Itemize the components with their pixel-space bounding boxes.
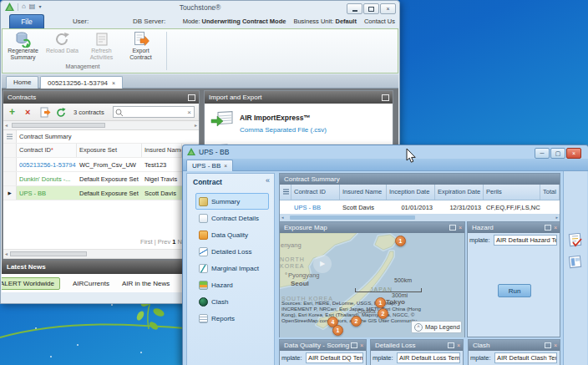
col-exposure-set[interactable]: Exposure Set (77, 144, 142, 157)
export-contracts-icon[interactable] (40, 107, 51, 118)
run-button[interactable]: Run (498, 284, 531, 297)
tab-close-icon[interactable]: × (224, 163, 227, 169)
sidebar-item-reports[interactable]: Reports (195, 310, 269, 327)
export-contract-button[interactable]: Export Contract (122, 30, 160, 63)
tab-ups-bb[interactable]: UPS - BB × (186, 160, 233, 171)
reload-data-icon (54, 31, 71, 48)
restore-button[interactable] (363, 3, 379, 14)
close-panel-icon[interactable]: × (360, 342, 363, 348)
float-panel-icon[interactable] (382, 94, 389, 101)
maximize-panel-icon[interactable] (545, 225, 551, 231)
exposure-map[interactable]: ▶ enyang NORTH KOREA Pyongyang Seoul SOU… (280, 233, 464, 337)
contact-us-link[interactable]: Contact Us (364, 18, 395, 25)
maximize-panel-icon[interactable] (351, 342, 357, 348)
tab-home[interactable]: Home (6, 76, 38, 89)
scrollbar-thumb[interactable] (12, 123, 105, 128)
exposure-marker[interactable]: 1 (395, 236, 406, 246)
hazard-template-dropdown[interactable]: AIR Default Hazard Templ (494, 235, 557, 246)
clash-header[interactable]: Clash × (469, 340, 560, 351)
refresh-contracts-icon[interactable] (56, 107, 67, 118)
scroll-left-icon[interactable]: ◂ (281, 215, 284, 220)
sidebar-item-marginal-impact[interactable]: Marginal Impact (195, 260, 269, 276)
exposure-marker[interactable]: 2 (378, 308, 388, 319)
field-chooser-icon[interactable] (280, 185, 291, 200)
scroll-left-icon[interactable]: ◂ (5, 251, 8, 256)
exposure-marker[interactable]: 2 (351, 316, 362, 327)
col-insured-name[interactable]: Insured Name (142, 144, 182, 157)
collapse-sidebar-icon[interactable]: « (266, 176, 270, 185)
scroll-right-icon[interactable]: ▸ (555, 215, 558, 220)
tab-contract[interactable]: 005213256-1-53794 × (40, 76, 123, 89)
data-quality-scoring-header[interactable]: Data Quality - Scoring × (280, 340, 366, 351)
sidebar-item-clash[interactable]: Clash (195, 293, 269, 310)
contracts-hscrollbar-bottom[interactable]: ◂ ▸ (3, 249, 199, 259)
file-tab[interactable]: File (9, 14, 44, 28)
contract-id-link[interactable]: Dunkin' Donuts -... (17, 175, 77, 183)
scroll-left-icon[interactable]: ◂ (5, 122, 8, 128)
table-row-selected[interactable]: ▶ UPS - BB Default Exposure Set Scott Da… (3, 186, 199, 200)
regenerate-summary-button[interactable]: Regenerate Summary (4, 30, 42, 63)
map-legend-button[interactable]: ˄ Map Legend (411, 321, 462, 333)
csv-import-link[interactable]: Comma Separated File (.csv) (240, 126, 327, 134)
delete-contract-button[interactable]: × (25, 107, 30, 117)
close-panel-icon[interactable]: × (554, 225, 557, 231)
table-row[interactable]: 005213256-1-53794 WC_From_Csv_UW Test123 (3, 158, 199, 172)
maximize-panel-icon[interactable] (449, 225, 456, 231)
summary-row[interactable]: UPS - BB Scott Davis 01/01/2013 12/31/20… (280, 200, 560, 214)
contracts-search-input[interactable] (124, 107, 183, 117)
news-item-alert[interactable]: ALERT Worldwide (2, 277, 60, 290)
contracts-panel-header[interactable]: Contracts (3, 91, 199, 104)
sidebar-item-summary[interactable]: Summary (195, 193, 269, 210)
close-panel-icon[interactable]: × (459, 225, 462, 231)
sidebar-item-hazard[interactable]: Hazard (195, 276, 269, 293)
close-panel-icon[interactable]: × (457, 342, 460, 348)
layout-icon[interactable] (568, 255, 583, 270)
maximize-panel-icon[interactable] (448, 342, 454, 348)
field-chooser-icon[interactable] (3, 130, 17, 143)
maximize-panel-icon[interactable] (545, 342, 551, 348)
dq-template-dropdown[interactable]: AIR Default DQ Template (306, 352, 363, 363)
hazard-header[interactable]: Hazard × (468, 222, 560, 233)
child-titlebar[interactable]: UPS - BB ─ ▢ × (183, 145, 588, 159)
import-export-header[interactable]: Import and Export (205, 91, 393, 104)
news-item[interactable]: AIR in the News (122, 280, 170, 287)
tab-close-icon[interactable]: × (112, 78, 115, 89)
float-panel-icon[interactable] (188, 94, 195, 101)
table-row[interactable]: Dunkin' Donuts -... Default Exposure Set… (3, 172, 199, 186)
exposure-map-header[interactable]: Exposure Map × (280, 222, 464, 233)
sidebar-item-detailed-loss[interactable]: Detailed Loss (195, 243, 269, 260)
close-panel-icon[interactable]: × (554, 342, 557, 348)
loss-template-dropdown[interactable]: AIR Default Loss Template (397, 352, 460, 363)
close-button[interactable]: × (566, 148, 581, 159)
scrollbar-thumb[interactable] (10, 251, 87, 256)
sidebar-item-contract-details[interactable]: Contract Details (195, 210, 269, 226)
contracts-hscrollbar-top[interactable]: ◂ ▸ (3, 121, 199, 130)
contract-summary-header[interactable]: Contract Summary (280, 174, 560, 185)
clear-search-icon[interactable]: × (187, 108, 191, 117)
sidebar-item-data-quality[interactable]: Data Quality (195, 226, 269, 243)
close-button[interactable]: × (380, 3, 396, 14)
clash-template-dropdown[interactable]: AIR Default Clash Templat (494, 352, 557, 363)
add-contract-button[interactable]: + (9, 106, 15, 118)
news-item[interactable]: AIRCurrents (73, 280, 109, 287)
exposure-marker[interactable]: 1 (375, 297, 386, 308)
restore-button[interactable]: ▢ (550, 148, 565, 159)
minimize-button[interactable] (347, 3, 362, 14)
table-group-header: Contract Summary (3, 130, 199, 144)
summary-hscrollbar[interactable]: ◂ ▸ (280, 214, 560, 221)
scrollbar-thumb[interactable] (290, 215, 415, 220)
contract-id-link[interactable]: UPS - BB (17, 190, 77, 197)
minimize-button[interactable]: ─ (535, 148, 550, 159)
contract-id-link[interactable]: 005213256-1-53794 (17, 161, 77, 169)
scroll-right-icon[interactable]: ▸ (195, 122, 197, 128)
activity-log-icon[interactable] (568, 233, 583, 248)
child-tab-strip: UPS - BB × (183, 159, 588, 171)
contracts-panel: Contracts + × 3 contracts (3, 90, 200, 259)
contract-id-link[interactable]: UPS - BB (291, 204, 340, 211)
main-titlebar[interactable]: ⌂ ▤ ▾ Touchstone® × (1, 1, 399, 14)
detailed-loss-header[interactable]: Detailed Loss × (371, 340, 463, 351)
window-title: Touchstone® (1, 3, 399, 12)
col-contract-id[interactable]: Contract ID* (17, 144, 77, 157)
contract-details-icon (199, 214, 208, 223)
exposure-marker[interactable]: 1 (332, 325, 343, 336)
